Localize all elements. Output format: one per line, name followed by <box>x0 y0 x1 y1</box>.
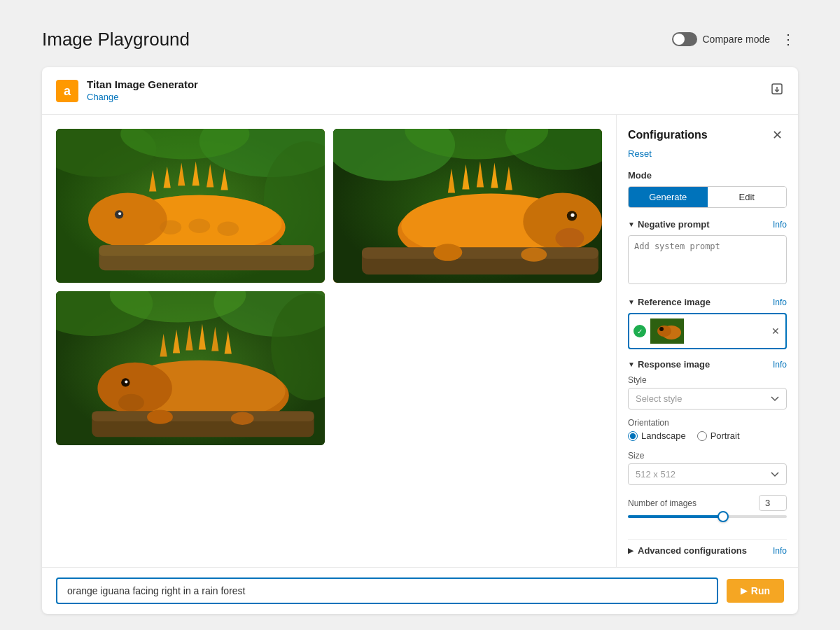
negative-prompt-section: ▼ Negative prompt Info <box>628 219 787 287</box>
compare-mode-switch[interactable] <box>672 32 697 46</box>
model-info: a Titan Image Generator Change <box>56 78 198 103</box>
svg-point-59 <box>125 380 127 383</box>
compare-mode-label: Compare mode <box>703 34 771 45</box>
change-model-link[interactable]: Change <box>87 92 119 102</box>
ref-img-left: ✓ <box>634 318 684 344</box>
negative-prompt-info[interactable]: Info <box>773 220 787 230</box>
advanced-config-row[interactable]: ▶ Advanced configurations Info <box>628 539 787 556</box>
num-images-input[interactable] <box>759 495 787 511</box>
iguana-image-1 <box>56 129 325 283</box>
remove-reference-image-button[interactable]: ✕ <box>770 326 781 337</box>
svg-point-38 <box>570 214 574 217</box>
size-label: Size <box>628 451 787 461</box>
chevron-down-icon-3: ▼ <box>628 360 635 368</box>
images-grid <box>56 129 602 445</box>
svg-point-42 <box>433 244 462 261</box>
response-image-header[interactable]: ▼ Response image Info <box>628 359 787 370</box>
style-select[interactable]: Select style Natural Studio Cinematic Ab… <box>628 388 787 410</box>
response-image-title: ▼ Response image <box>628 359 710 370</box>
slider-wrapper <box>628 515 787 529</box>
style-label: Style <box>628 375 787 385</box>
check-circle-icon: ✓ <box>634 325 646 337</box>
slider-fill <box>628 515 723 518</box>
landscape-label: Landscape <box>641 430 686 441</box>
svg-point-24 <box>217 222 239 236</box>
reference-image-header[interactable]: ▼ Reference image Info <box>628 297 787 307</box>
orientation-row: Landscape Portrait <box>628 430 787 441</box>
svg-point-23 <box>188 218 210 232</box>
svg-point-19 <box>118 212 121 215</box>
header-right: Compare mode ⋮ <box>672 28 799 50</box>
svg-point-43 <box>521 247 547 261</box>
run-icon: ▶ <box>741 586 747 596</box>
config-header: Configurations ✕ <box>628 126 787 144</box>
page-title: Image Playground <box>42 29 190 50</box>
num-images-row: Number of images <box>628 495 787 529</box>
prompt-input[interactable] <box>56 578 718 604</box>
page-header: Image Playground Compare mode ⋮ <box>42 28 798 50</box>
mode-label: Mode <box>628 170 787 181</box>
portrait-label: Portrait <box>710 430 740 441</box>
main-card: a Titan Image Generator Change <box>42 67 798 614</box>
svg-point-39 <box>555 228 584 248</box>
num-images-label: Number of images <box>628 498 696 508</box>
chevron-down-icon-2: ▼ <box>628 298 635 306</box>
num-images-header: Number of images <box>628 495 787 511</box>
svg-point-60 <box>118 394 144 412</box>
landscape-option[interactable]: Landscape <box>628 430 686 441</box>
reference-image-section: ▼ Reference image Info ✓ <box>628 297 787 349</box>
svg-text:a: a <box>64 84 71 98</box>
portrait-radio[interactable] <box>697 431 707 441</box>
model-name-group: Titan Image Generator Change <box>87 78 198 103</box>
edit-mode-button[interactable]: Edit <box>708 187 787 207</box>
response-image-info[interactable]: Info <box>773 360 787 370</box>
svg-rect-62 <box>92 411 314 421</box>
negative-prompt-title: ▼ Negative prompt <box>628 219 709 230</box>
config-panel: Configurations ✕ Reset Mode Generate Edi… <box>616 115 798 567</box>
generate-mode-button[interactable]: Generate <box>629 187 708 207</box>
save-icon[interactable] <box>770 82 784 99</box>
generated-image-3 <box>56 291 325 445</box>
images-panel <box>42 115 616 567</box>
slider-thumb[interactable] <box>718 511 729 522</box>
download-icon <box>770 82 784 96</box>
response-image-section: ▼ Response image Info Style Select style… <box>628 359 787 529</box>
footer-bar: ▶ Run <box>42 567 798 614</box>
run-button[interactable]: ▶ Run <box>727 579 784 603</box>
compare-mode-toggle[interactable]: Compare mode <box>672 32 771 46</box>
svg-point-67 <box>657 326 671 337</box>
card-body: Configurations ✕ Reset Mode Generate Edi… <box>42 115 798 567</box>
generated-image-2 <box>333 129 602 283</box>
advanced-config-label: Advanced configurations <box>638 545 747 556</box>
negative-prompt-header[interactable]: ▼ Negative prompt Info <box>628 219 787 230</box>
svg-point-68 <box>659 327 664 331</box>
iguana-image-2 <box>333 129 602 283</box>
reference-image-box: ✓ ✕ <box>628 313 787 349</box>
size-select[interactable]: 512 x 512 1024 x 1024 512 x 1024 1024 x … <box>628 463 787 485</box>
reference-image-title: ▼ Reference image <box>628 297 710 307</box>
reset-link[interactable]: Reset <box>628 148 652 159</box>
svg-rect-21 <box>99 245 314 255</box>
run-label: Run <box>751 585 770 596</box>
close-config-button[interactable]: ✕ <box>768 126 787 144</box>
portrait-option[interactable]: Portrait <box>697 430 740 441</box>
reference-image-info[interactable]: Info <box>773 298 787 307</box>
chevron-down-icon: ▼ <box>628 220 635 228</box>
svg-point-64 <box>231 412 254 424</box>
amazon-logo-icon: a <box>56 80 78 102</box>
size-row: Size 512 x 512 1024 x 1024 512 x 1024 10… <box>628 451 787 485</box>
more-options-icon[interactable]: ⋮ <box>778 28 798 50</box>
advanced-config-left: ▶ Advanced configurations <box>628 545 747 556</box>
card-header: a Titan Image Generator Change <box>42 67 798 115</box>
negative-prompt-input[interactable] <box>628 235 787 284</box>
landscape-radio[interactable] <box>628 431 638 441</box>
chevron-right-icon: ▶ <box>628 547 634 554</box>
config-panel-title: Configurations <box>628 129 708 141</box>
reference-thumbnail <box>650 318 684 344</box>
advanced-config-info[interactable]: Info <box>773 546 787 556</box>
generated-image-1 <box>56 129 325 283</box>
iguana-image-3 <box>56 291 325 445</box>
svg-rect-41 <box>362 247 598 258</box>
model-name: Titan Image Generator <box>87 78 198 90</box>
svg-point-63 <box>147 410 173 424</box>
